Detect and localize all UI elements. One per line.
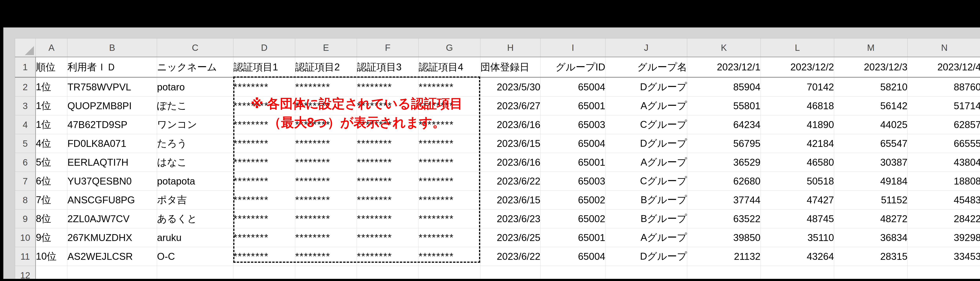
cell-r8-reg-date[interactable]: 2023/6/15 — [480, 191, 541, 209]
cell-r7-day2[interactable]: 50518 — [760, 172, 834, 191]
cell-r4-auth-item4[interactable]: ******** — [418, 115, 480, 134]
cell-r10-group-name[interactable]: Aグループ — [605, 228, 687, 247]
cell-r3-nickname[interactable]: ぽたこ — [157, 96, 234, 115]
cell-r4-day2[interactable]: 41890 — [760, 115, 834, 134]
cell-r8-user-id[interactable]: ANSCGFU8PG — [67, 191, 157, 209]
cell-r2-auth-item4[interactable]: ******** — [418, 77, 480, 96]
row-number-1[interactable]: 1 — [15, 57, 36, 77]
cell-r5-day2[interactable]: 42184 — [760, 134, 834, 153]
row-number-11[interactable]: 11 — [15, 247, 36, 266]
row-number-9[interactable]: 9 — [15, 209, 36, 228]
cell-r5-day1[interactable]: 56795 — [687, 134, 760, 153]
cell-r10-rank[interactable]: 9位 — [36, 228, 67, 247]
cell-r10-group-id[interactable]: 65001 — [541, 228, 605, 247]
cell-r10-auth-item1[interactable]: ******** — [234, 228, 295, 247]
cell-r7-day4[interactable]: 18808 — [908, 172, 980, 191]
cell-r8-auth-item2[interactable]: ******** — [295, 191, 357, 209]
column-letter-J[interactable]: J — [605, 38, 687, 57]
cell-r7-reg-date[interactable]: 2023/6/22 — [480, 172, 541, 191]
cell-r5-auth-item2[interactable]: ******** — [295, 134, 357, 153]
cell-r12-auth-item4[interactable] — [418, 266, 480, 279]
cell-r2-rank[interactable]: 1位 — [36, 77, 67, 96]
cell-r4-auth-item1[interactable]: ******** — [234, 115, 295, 134]
column-letter-C[interactable]: C — [157, 38, 234, 57]
cell-r3-reg-date[interactable]: 2023/6/27 — [480, 96, 541, 115]
cell-r8-group-id[interactable]: 65002 — [541, 191, 605, 209]
cell-r11-auth-item2[interactable]: ******** — [295, 247, 357, 266]
row-number-3[interactable]: 3 — [15, 96, 36, 115]
cell-r9-auth-item1[interactable]: ******** — [234, 209, 295, 228]
column-letter-D[interactable]: D — [234, 38, 295, 57]
header-day4[interactable]: 2023/12/4 — [908, 57, 980, 77]
cell-r12-day3[interactable] — [834, 266, 908, 279]
row-number-10[interactable]: 10 — [15, 228, 36, 247]
cell-r3-user-id[interactable]: QUOPZMB8PI — [67, 96, 157, 115]
cell-r4-group-id[interactable]: 65003 — [541, 115, 605, 134]
cell-r9-auth-item4[interactable]: ******** — [418, 209, 480, 228]
cell-r11-reg-date[interactable]: 2023/6/22 — [480, 247, 541, 266]
cell-r4-day3[interactable]: 44025 — [834, 115, 908, 134]
cell-r3-auth-item2[interactable]: ******** — [295, 96, 357, 115]
header-reg-date[interactable]: 団体登録日 — [480, 57, 541, 77]
cell-r10-nickname[interactable]: aruku — [157, 228, 234, 247]
header-nickname[interactable]: ニックネーム — [157, 57, 234, 77]
select-all-corner[interactable] — [15, 38, 36, 57]
row-number-8[interactable]: 8 — [15, 191, 36, 209]
cell-r4-day4[interactable]: 62857 — [908, 115, 980, 134]
cell-r5-auth-item4[interactable]: ******** — [418, 134, 480, 153]
cell-r7-auth-item2[interactable]: ******** — [295, 172, 357, 191]
cell-r8-nickname[interactable]: ポタ吉 — [157, 191, 234, 209]
cell-r4-day1[interactable]: 64234 — [687, 115, 760, 134]
cell-r3-group-name[interactable]: Aグループ — [605, 96, 687, 115]
cell-r5-rank[interactable]: 4位 — [36, 134, 67, 153]
cell-r10-day2[interactable]: 35110 — [760, 228, 834, 247]
cell-r8-day3[interactable]: 51152 — [834, 191, 908, 209]
header-auth-item2[interactable]: 認証項目2 — [295, 57, 357, 77]
cell-r2-day3[interactable]: 58210 — [834, 77, 908, 96]
header-auth-item1[interactable]: 認証項目1 — [234, 57, 295, 77]
cell-r11-group-id[interactable]: 65004 — [541, 247, 605, 266]
cell-r4-auth-item2[interactable]: ******** — [295, 115, 357, 134]
cell-r12-group-id[interactable] — [541, 266, 605, 279]
cell-r9-group-name[interactable]: Bグループ — [605, 209, 687, 228]
column-letter-A[interactable]: A — [36, 38, 67, 57]
cell-r2-group-id[interactable]: 65004 — [541, 77, 605, 96]
cell-r6-user-id[interactable]: EERLAQTI7H — [67, 153, 157, 172]
cell-r6-day1[interactable]: 36529 — [687, 153, 760, 172]
cell-r3-day3[interactable]: 56142 — [834, 96, 908, 115]
header-day3[interactable]: 2023/12/3 — [834, 57, 908, 77]
cell-r8-group-name[interactable]: Bグループ — [605, 191, 687, 209]
cell-r10-auth-item3[interactable]: ******** — [357, 228, 418, 247]
header-day1[interactable]: 2023/12/1 — [687, 57, 760, 77]
cell-r2-auth-item2[interactable]: ******** — [295, 77, 357, 96]
row-number-2[interactable]: 2 — [15, 77, 36, 96]
header-auth-item3[interactable]: 認証項目3 — [357, 57, 418, 77]
column-letter-B[interactable]: B — [67, 38, 157, 57]
cell-r3-group-id[interactable]: 65001 — [541, 96, 605, 115]
cell-r2-day4[interactable]: 88760 — [908, 77, 980, 96]
column-letter-M[interactable]: M — [834, 38, 908, 57]
cell-r3-day4[interactable]: 51714 — [908, 96, 980, 115]
cell-r9-day2[interactable]: 48745 — [760, 209, 834, 228]
cell-r11-auth-item3[interactable]: ******** — [357, 247, 418, 266]
header-auth-item4[interactable]: 認証項目4 — [418, 57, 480, 77]
cell-r12-auth-item3[interactable] — [357, 266, 418, 279]
cell-r6-day3[interactable]: 30387 — [834, 153, 908, 172]
cell-r3-day2[interactable]: 46818 — [760, 96, 834, 115]
cell-r4-nickname[interactable]: ワンコン — [157, 115, 234, 134]
cell-r5-group-name[interactable]: Dグループ — [605, 134, 687, 153]
cell-r12-auth-item1[interactable] — [234, 266, 295, 279]
cell-r10-reg-date[interactable]: 2023/6/25 — [480, 228, 541, 247]
cell-r7-group-name[interactable]: Cグループ — [605, 172, 687, 191]
cell-r11-day1[interactable]: 21132 — [687, 247, 760, 266]
header-user-id[interactable]: 利用者ＩＤ — [67, 57, 157, 77]
cell-r9-reg-date[interactable]: 2023/6/23 — [480, 209, 541, 228]
cell-r12-day1[interactable] — [687, 266, 760, 279]
cell-r11-auth-item1[interactable]: ******** — [234, 247, 295, 266]
cell-r7-auth-item4[interactable]: ******** — [418, 172, 480, 191]
cell-r8-rank[interactable]: 7位 — [36, 191, 67, 209]
cell-r12-nickname[interactable] — [157, 266, 234, 279]
cell-r2-nickname[interactable]: potaro — [157, 77, 234, 96]
cell-r11-rank[interactable]: 10位 — [36, 247, 67, 266]
cell-r6-auth-item3[interactable]: ******** — [357, 153, 418, 172]
